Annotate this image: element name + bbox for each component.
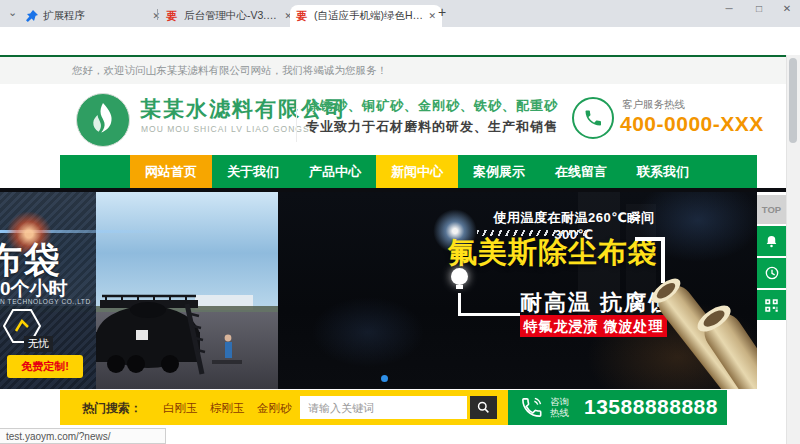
- flame-leaf-icon: [86, 101, 120, 139]
- tab-search-caret-icon[interactable]: ⌄: [8, 6, 17, 19]
- consult-label-line2: 热线: [550, 407, 569, 418]
- nav-item-news[interactable]: 新闻中心: [376, 155, 458, 188]
- tab-separator: [157, 9, 158, 20]
- browser-tab-active-site[interactable]: 要 (自适应手机端)绿色HTML5滤 ✕: [290, 5, 442, 27]
- hero-carousel: 布袋 0个小时 N TECHNOLOGY CO.,LTD 无忧 免费定制! 使用…: [0, 192, 757, 389]
- product-tagline: 除锈砂、铜矿砂、金刚砂、铁砂、配重砂: [306, 97, 558, 115]
- nav-item-contact[interactable]: 联系我们: [622, 155, 704, 188]
- new-tab-button[interactable]: +: [438, 4, 446, 20]
- consult-label-line1: 咨询: [550, 396, 569, 407]
- keyword-search-input[interactable]: [300, 396, 467, 419]
- hotline-label: 客户服务热线: [622, 98, 685, 112]
- slide-cta-button[interactable]: 免费定制!: [7, 355, 83, 378]
- bulb-icon-base: [456, 285, 463, 289]
- scrollbar-thumb[interactable]: [789, 58, 797, 143]
- filter-bags-image: [633, 258, 757, 389]
- window-maximize-button[interactable]: □: [748, 3, 770, 14]
- site-favicon: 要: [166, 9, 179, 24]
- browser-tab-extensions[interactable]: 扩展程序 ✕: [20, 5, 166, 27]
- tab-close-icon[interactable]: ✕: [428, 11, 436, 21]
- nav-item-cases[interactable]: 案例展示: [458, 155, 540, 188]
- window-close-button[interactable]: ✕: [776, 3, 798, 14]
- nav-item-about[interactable]: 关于我们: [212, 155, 294, 188]
- headline-bracket: [635, 237, 661, 241]
- clock-icon: [764, 265, 780, 281]
- carousel-slide-outgoing[interactable]: 布袋 0个小时 N TECHNOLOGY CO.,LTD 无忧 免费定制!: [0, 192, 278, 389]
- site-favicon: 要: [296, 9, 309, 24]
- tab-title: (自适应手机端)绿色HTML5滤: [314, 9, 424, 23]
- tab-title: 后台管理中心-V3.1.5-2022070: [184, 9, 280, 23]
- hot-search-bar: 热门搜索： 白刚玉 棕刚玉 金刚砂: [60, 390, 508, 425]
- hot-search-link[interactable]: 金刚砂: [257, 401, 292, 416]
- slide-english-fragment: N TECHNOLOGY CO.,LTD: [0, 298, 91, 305]
- nav-item-home[interactable]: 网站首页: [130, 155, 212, 188]
- banner-headline: 氟美斯除尘布袋: [448, 233, 658, 273]
- browser-window: ⌄ 扩展程序 ✕ 要 后台管理中心-V3.1.5-2022070 ✕ 要 (自适…: [0, 0, 800, 444]
- qq-service-button[interactable]: [757, 226, 786, 256]
- bulb-icon: [451, 268, 468, 285]
- company-logo[interactable]: [76, 93, 130, 147]
- hotline-phone-icon: [572, 97, 614, 139]
- business-tagline: 专业致力于石材磨料的研发、生产和销售: [306, 118, 558, 136]
- bell-icon: [764, 234, 779, 249]
- slide-badge-fragment: 无忧: [24, 336, 53, 352]
- hot-search-link[interactable]: 棕刚玉: [210, 401, 245, 416]
- nav-item-message[interactable]: 在线留言: [540, 155, 622, 188]
- quick-toolbar: TOP: [757, 195, 786, 320]
- service-hours-button[interactable]: [757, 258, 786, 288]
- tab-title: 扩展程序: [43, 9, 148, 23]
- qr-code-icon: [764, 298, 779, 313]
- nav-item-products[interactable]: 产品中心: [294, 155, 376, 188]
- phone-icon: [520, 396, 543, 419]
- main-nav: 网站首页 关于我们 产品中心 新闻中心 案例展示 在线留言 联系我们: [60, 155, 757, 188]
- back-to-top-button[interactable]: TOP: [757, 195, 786, 224]
- browser-tab-admin[interactable]: 要 后台管理中心-V3.1.5-2022070 ✕: [160, 5, 298, 27]
- header-divider: [296, 100, 297, 142]
- search-button[interactable]: [470, 396, 497, 419]
- carousel-slide-main[interactable]: 使用温度在耐温260℃瞬间300℃ 氟美斯除尘布袋 耐高温 抗腐蚀 特氟龙浸渍 …: [278, 192, 757, 389]
- site-header: 某某水滤料有限公司 MOU MOU SHICAI LV LIAO GONGSI …: [0, 84, 786, 155]
- carousel-indicator-dot[interactable]: [381, 375, 388, 382]
- extension-pin-icon: [26, 10, 38, 22]
- window-minimize-button[interactable]: ─: [718, 3, 740, 14]
- search-icon: [477, 401, 490, 414]
- connector-line: [458, 293, 461, 315]
- qr-code-button[interactable]: [757, 290, 786, 320]
- tab-strip: ⌄ 扩展程序 ✕ 要 后台管理中心-V3.1.5-2022070 ✕ 要 (自适…: [0, 0, 800, 27]
- hot-search-link[interactable]: 白刚玉: [163, 401, 198, 416]
- status-link-preview: test.yaoym.com/?news/: [0, 428, 166, 444]
- consult-phone-bar: 咨询 热线 13588888888: [508, 390, 727, 425]
- welcome-text: 您好，欢迎访问山东某某滤料有限公司网站，我们将竭诚为您服务！: [72, 64, 387, 76]
- consult-phone-number: 13588888888: [584, 395, 718, 419]
- hot-search-label: 热门搜索：: [82, 400, 142, 417]
- company-name-en: MOU MOU SHICAI LV LIAO GONGSI: [141, 124, 313, 134]
- connector-line: [458, 313, 520, 316]
- browser-toolbar: ← → ⟳ △ 不安全 test.yaoym.com ☆ ⋮: [0, 27, 800, 55]
- welcome-bar: 您好，欢迎访问山东某某滤料有限公司网站，我们将竭诚为您服务！: [0, 57, 786, 84]
- hotline-number: 400-0000-XXX: [620, 112, 764, 136]
